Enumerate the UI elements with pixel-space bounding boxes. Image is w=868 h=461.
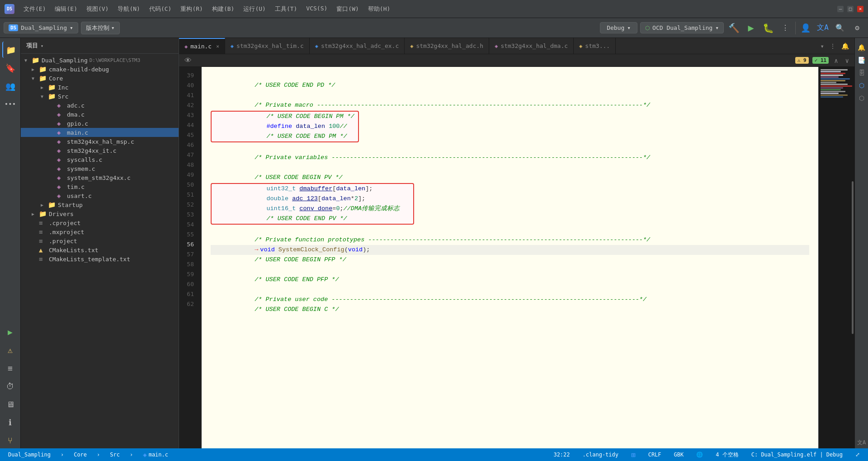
settings-button[interactable]: ⚙ (850, 21, 864, 35)
status-expand-button[interactable]: ⤢ (853, 448, 863, 461)
sidebar-icon-project[interactable]: 📁 (2, 42, 19, 58)
minimap[interactable] (818, 67, 854, 448)
sidebar-icon-structure[interactable]: 👥 (2, 78, 19, 94)
debug-config-selector[interactable]: Debug ▾ (600, 22, 637, 33)
menu-run[interactable]: 运行(U) (240, 3, 269, 15)
notification-button[interactable]: 🔔 (840, 41, 851, 52)
minimap-scrollbar[interactable] (852, 181, 854, 334)
tree-item-usart[interactable]: ◈ usart.c (21, 191, 179, 200)
tree-item-inc[interactable]: ▶ 📁 Inc (21, 83, 179, 92)
status-core[interactable]: Core (71, 448, 90, 461)
file-tree-content[interactable]: ▼ 📁 Dual_Sampling D:\WORKPLACE\STM3 ▶ 📁 … (21, 54, 179, 448)
status-windows[interactable]: ⊞ (628, 448, 638, 461)
tree-item-cproject[interactable]: ≡ .cproject (21, 218, 179, 227)
build-icon-button[interactable]: 🔨 (726, 21, 741, 35)
sidebar-icon-git[interactable]: ⑂ (2, 432, 19, 448)
tree-item-drivers[interactable]: ▶ 📁 Drivers (21, 209, 179, 218)
sidebar-icon-run[interactable]: ▶ (2, 324, 19, 340)
menu-view[interactable]: 视图(V) (83, 3, 112, 15)
tab-dropdown-button[interactable]: ▾ (819, 41, 826, 52)
tab-hal-dma[interactable]: ◈ stm32g4xx_hal_dma.c (489, 38, 574, 54)
menu-help[interactable]: 帮助(H) (364, 3, 394, 15)
menu-build[interactable]: 构建(B) (208, 3, 238, 15)
right-icon-translate[interactable]: 文A (856, 437, 868, 448)
right-icon-notification[interactable]: 🔔 (856, 42, 868, 53)
sidebar-icon-bookmarks[interactable]: 🔖 (2, 60, 19, 76)
user-icon-button[interactable]: 👤 (798, 21, 813, 35)
tree-item-hal-msp[interactable]: ◈ stm32g4xx_hal_msp.c (21, 137, 179, 146)
right-icon-database[interactable]: 🗄 (856, 67, 868, 79)
tree-item-system[interactable]: ◈ system_stm32g4xx.c (21, 173, 179, 182)
hide-toolbar-button[interactable]: 👁 (183, 54, 193, 66)
code-editor[interactable]: 39 40 41 42 43 44 45 46 47 48 49 50 51 5… (179, 67, 854, 448)
sidebar-icon-terminal[interactable]: 🖥 (2, 396, 19, 412)
version-control-button[interactable]: 版本控制 ▾ (81, 22, 120, 34)
status-lint[interactable]: .clang-tidy (580, 448, 621, 461)
status-encoding[interactable]: GBK (671, 448, 687, 461)
search-button[interactable]: 🔍 (833, 21, 847, 35)
code-content-area[interactable]: /* USER CODE END PD */ /* Private macro … (202, 67, 818, 448)
tree-item-gpio[interactable]: ◈ gpio.c (21, 119, 179, 128)
tree-item-adc[interactable]: ◈ adc.c (21, 101, 179, 110)
debug-button[interactable]: 🐛 (761, 21, 775, 35)
more-options-button[interactable]: ⋮ (778, 21, 793, 35)
tree-item-mxproject[interactable]: ≡ .mxproject (21, 227, 179, 236)
tree-item-main[interactable]: ◈ main.c (21, 128, 179, 137)
sidebar-icon-info[interactable]: ℹ (2, 414, 19, 430)
maximize-button[interactable]: □ (847, 6, 854, 12)
menu-tools[interactable]: 工具(T) (271, 3, 301, 15)
tree-item-core[interactable]: ▼ 📁 Core (21, 74, 179, 83)
status-project[interactable]: Dual_Sampling (5, 448, 53, 461)
status-spaces[interactable]: 4 个空格 (713, 448, 741, 461)
tab-more-button[interactable]: ⋮ (828, 41, 838, 52)
sidebar-icon-more[interactable]: ••• (2, 96, 19, 112)
tab-main-c[interactable]: ◈ main.c ✕ (179, 38, 225, 54)
project-selector[interactable]: DS Dual_Sampling ▾ (4, 22, 78, 33)
status-config[interactable]: C: Dual_Sampling.elf | Debug (749, 448, 845, 461)
status-position[interactable]: 32:22 (551, 448, 572, 461)
tab-main-c-close[interactable]: ✕ (216, 43, 219, 49)
tree-root[interactable]: ▼ 📁 Dual_Sampling D:\WORKPLACE\STM3 (21, 56, 179, 65)
expand-down-button[interactable]: ∨ (844, 55, 851, 66)
tree-item-cmake[interactable]: ▶ 📁 cmake-build-debug (21, 65, 179, 74)
right-icon-plugin1[interactable]: ⬡ (856, 80, 868, 91)
status-globe[interactable]: 🌐 (693, 448, 706, 461)
right-icon-bookmark[interactable]: 📑 (856, 54, 868, 66)
status-file[interactable]: ◈ main.c (140, 448, 171, 461)
tree-item-tim[interactable]: ◈ tim.c (21, 182, 179, 191)
warning-count-badge[interactable]: ⚠ 9 (795, 57, 809, 64)
right-icon-plugin2[interactable]: ⬡ (856, 92, 868, 104)
ocd-selector[interactable]: ⬡ OCD Dual_Sampling ▾ (640, 22, 724, 33)
tree-item-src[interactable]: ▼ 📁 Src (21, 92, 179, 101)
sidebar-icon-list[interactable]: ≡ (2, 360, 19, 376)
status-line-ending[interactable]: CRLF (646, 448, 664, 461)
menu-navigate[interactable]: 导航(N) (114, 3, 143, 15)
run-button[interactable]: ▶ (744, 21, 758, 35)
ok-count-badge[interactable]: ✓ 11 (812, 57, 829, 64)
menu-refactor[interactable]: 重构(R) (177, 3, 206, 15)
tab-stm-more[interactable]: ◈ stm3... (574, 38, 616, 54)
tree-item-hal-it[interactable]: ◈ stm32g4xx_it.c (21, 146, 179, 155)
close-button[interactable]: ✕ (857, 6, 863, 12)
tab-hal-adc-h[interactable]: ◈ stm32g4xx_hal_adc.h (405, 38, 489, 54)
menu-edit[interactable]: 编辑(E) (51, 3, 80, 15)
expand-up-button[interactable]: ∧ (832, 55, 840, 66)
tree-item-cmakelists-template[interactable]: ≡ CMakeLists_template.txt (21, 254, 179, 263)
sidebar-icon-warning[interactable]: ⚠ (2, 342, 19, 358)
tree-item-project[interactable]: ≡ .project (21, 236, 179, 245)
tree-item-cmakelists[interactable]: ▲ CMakeLists.txt (21, 245, 179, 254)
tree-item-sysmem[interactable]: ◈ sysmem.c (21, 164, 179, 173)
minimize-button[interactable]: — (837, 6, 844, 12)
sidebar-icon-timer[interactable]: ⏱ (2, 378, 19, 394)
tab-hal-tim[interactable]: ◈ stm32g4xx_hal_tim.c (225, 38, 310, 54)
menu-window[interactable]: 窗口(W) (333, 3, 362, 15)
tree-item-syscalls[interactable]: ◈ syscalls.c (21, 155, 179, 164)
menu-vcs[interactable]: VCS(S) (302, 3, 331, 15)
translate-button[interactable]: 文A (816, 21, 830, 35)
tree-item-dma[interactable]: ◈ dma.c (21, 110, 179, 119)
tab-hal-adc-ex[interactable]: ◈ stm32g4xx_hal_adc_ex.c (310, 38, 405, 54)
menu-file[interactable]: 文件(E) (20, 3, 49, 15)
tree-item-startup[interactable]: ▶ 📁 Startup (21, 200, 179, 209)
status-src[interactable]: Src (107, 448, 123, 461)
menu-code[interactable]: 代码(C) (146, 3, 175, 15)
